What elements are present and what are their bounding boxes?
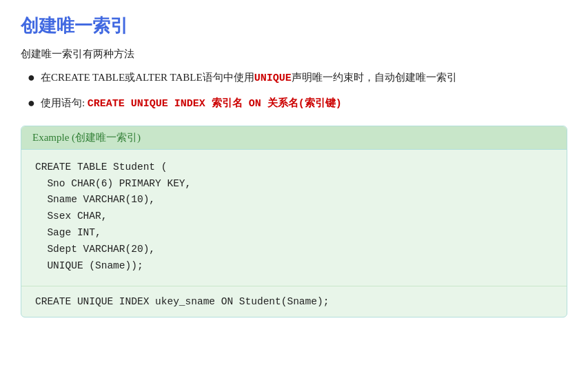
code-block-2: CREATE UNIQUE INDEX ukey_sname ON Studen… <box>21 286 567 317</box>
example-box: Example (创建唯一索引) CREATE TABLE Student ( … <box>21 126 567 318</box>
list-item: ● 使用语句: CREATE UNIQUE INDEX 索引名 ON 关系名(索… <box>28 95 567 113</box>
keyword-create-index: CREATE UNIQUE INDEX 索引名 ON 关系名(索引键) <box>88 98 342 110</box>
bullet-dot-2: ● <box>28 93 35 113</box>
bullet-dot: ● <box>28 68 35 88</box>
list-item: ● 在CREATE TABLE或ALTER TABLE语句中使用UNIQUE声明… <box>28 69 567 88</box>
code-block-1: CREATE TABLE Student ( Sno CHAR(6) PRIMA… <box>21 150 567 286</box>
example-box-header: Example (创建唯一索引) <box>21 126 567 150</box>
bullet-list: ● 在CREATE TABLE或ALTER TABLE语句中使用UNIQUE声明… <box>28 69 567 113</box>
page-title: 创建唯一索引 <box>21 14 567 38</box>
bullet-text-2: 使用语句: CREATE UNIQUE INDEX 索引名 ON 关系名(索引键… <box>41 95 342 113</box>
bullet-text-1: 在CREATE TABLE或ALTER TABLE语句中使用UNIQUE声明唯一… <box>41 69 457 87</box>
keyword-unique: UNIQUE <box>254 72 292 84</box>
subtitle: 创建唯一索引有两种方法 <box>21 48 567 61</box>
